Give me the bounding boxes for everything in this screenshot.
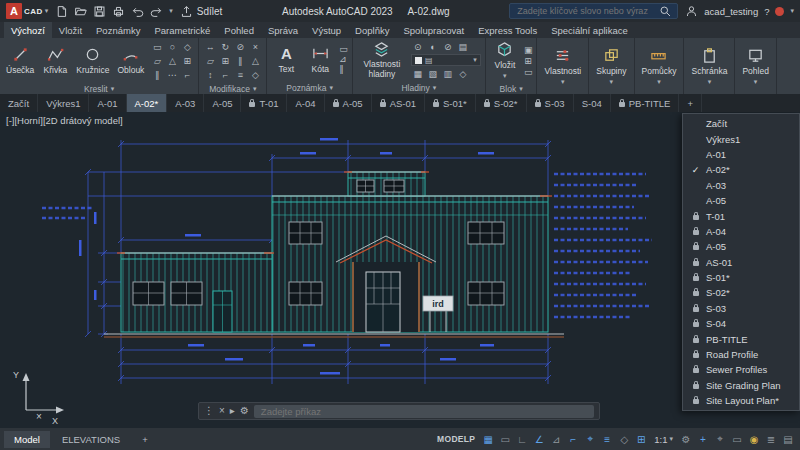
ribbon-mini-icon[interactable]: ⊘ — [233, 40, 247, 53]
layout-menu-item[interactable]: ✓ Začít — [683, 116, 799, 131]
ribbon-mini-icon[interactable]: △ — [165, 54, 179, 67]
layout-tab-elevations[interactable]: ELEVATIONS — [52, 431, 130, 448]
ribbon-mini-icon[interactable]: ○ — [165, 40, 179, 53]
ribbon-mini-icon[interactable]: ▣ — [524, 45, 533, 55]
isolate-objects-icon[interactable]: ◉ — [746, 431, 762, 447]
ribbon-mini-icon[interactable]: ▭ — [150, 40, 164, 53]
viewport-controls[interactable]: [-][Horní][2D drátový model] — [6, 115, 123, 126]
layout-menu-item[interactable]: ✓ S-04 — [683, 316, 799, 331]
customize-wrench-icon[interactable]: ⚙ — [240, 406, 249, 416]
layout-menu-item[interactable]: ✓ AS-01 — [683, 255, 799, 270]
undo-icon[interactable] — [131, 5, 144, 18]
grid-icon[interactable]: ▦ — [480, 431, 496, 447]
new-layout-button[interactable]: + — [132, 431, 158, 448]
ribbon-mini-icon[interactable]: ⊙ — [411, 40, 425, 53]
lineweight-icon[interactable]: ≡ — [599, 431, 615, 447]
ribbon-tab[interactable]: Pohled — [217, 22, 261, 38]
drag-handle-icon[interactable]: ⋮ — [204, 406, 214, 416]
file-tab[interactable]: A-01 — [89, 94, 126, 112]
file-tab[interactable]: Začít — [0, 94, 38, 112]
layout-menu-item[interactable]: ✓ Sewer Profiles — [683, 362, 799, 377]
ribbon-tab[interactable]: Parametrické — [147, 22, 217, 38]
save-icon[interactable] — [93, 5, 106, 18]
layout-menu-item[interactable]: ✓ A-05 — [683, 193, 799, 208]
command-line[interactable]: ⋮ × ▸ ⚙ — [198, 402, 600, 420]
annotation-scale-button[interactable]: 1:1 ▾ — [650, 434, 677, 445]
file-tab[interactable]: S-04 — [574, 94, 611, 112]
ribbon-mini-icon[interactable]: ▤ — [456, 40, 470, 53]
crosshair-icon[interactable]: ⌖ — [712, 431, 728, 447]
notification-badge-icon[interactable] — [775, 7, 784, 16]
space-toggle[interactable]: MODELP — [437, 434, 475, 444]
file-tab[interactable]: A-02* — [127, 94, 168, 112]
insert-block-button[interactable]: Vložit ▾ — [490, 40, 520, 81]
ribbon-mini-icon[interactable]: ◐ — [426, 40, 440, 53]
plot-icon[interactable] — [112, 5, 125, 18]
ribbon-mini-icon[interactable]: ∥ — [233, 54, 247, 67]
layer-properties-button[interactable]: Vlastnosti hladiny — [357, 40, 407, 80]
user-icon[interactable] — [685, 5, 698, 18]
layout-menu-item[interactable]: ✓ A-02* — [683, 162, 799, 177]
workspace-gear-icon[interactable]: ⚙ — [678, 431, 694, 447]
file-tab[interactable]: A-05 — [204, 94, 241, 112]
ribbon-mini-icon[interactable]: ⋯ — [165, 68, 179, 81]
panel-label-layers[interactable]: Hladiny▾ — [353, 82, 485, 94]
customization-icon[interactable]: ≣ — [763, 431, 779, 447]
layout-menu-item[interactable]: ✓ A-05 — [683, 239, 799, 254]
ribbon-mini-icon[interactable]: ◇ — [248, 68, 262, 81]
ribbon-mini-icon[interactable]: ⊞ — [180, 54, 194, 67]
ribbon-mini-icon[interactable]: ⊞ — [524, 56, 533, 66]
annotation-monitor-icon[interactable]: + — [695, 431, 711, 447]
arc-tool-button[interactable]: Oblouk — [115, 45, 146, 76]
command-input-box[interactable] — [254, 405, 594, 418]
model-tab[interactable]: Model — [4, 431, 50, 448]
layout-menu-item[interactable]: ✓ A-03 — [683, 178, 799, 193]
ribbon-mini-icon[interactable]: × — [248, 40, 262, 53]
file-tab[interactable]: T-01 — [241, 94, 287, 112]
ribbon-tab[interactable]: Výchozí — [4, 22, 52, 38]
ribbon-mini-icon[interactable]: ⊞ — [218, 54, 232, 67]
clean-screen-icon[interactable]: ▤ — [780, 431, 796, 447]
search-icon[interactable] — [659, 5, 672, 18]
ortho-icon[interactable]: ∟ — [514, 431, 530, 447]
ribbon-mini-icon[interactable]: ▱ — [203, 54, 217, 67]
search-box[interactable] — [509, 3, 678, 19]
help-icon[interactable]: ? — [764, 6, 769, 17]
ribbon-panel-clipboard[interactable]: Schránka ▾ — [684, 38, 735, 94]
line-tool-button[interactable]: Úsečka — [4, 45, 36, 76]
polyline-tool-button[interactable]: Křivka — [40, 45, 70, 76]
recent-commands-icon[interactable]: ▸ — [230, 406, 235, 416]
ribbon-mini-icon[interactable]: ▦ — [411, 67, 425, 80]
ribbon-mini-icon[interactable]: ⊿ — [339, 55, 348, 64]
redo-icon[interactable] — [150, 5, 163, 18]
file-tab[interactable]: S-01* — [425, 94, 476, 112]
ribbon-panel-groups[interactable]: Skupiny ▾ — [589, 38, 634, 94]
panel-label-draw[interactable]: Kreslit▾ — [0, 83, 198, 94]
ribbon-mini-icon[interactable]: ▭ — [339, 45, 348, 54]
isodraft-icon[interactable]: ⊿ — [548, 431, 564, 447]
ribbon-mini-icon[interactable]: ↻ — [218, 40, 232, 53]
panel-label-annotate[interactable]: Poznámka▾ — [267, 81, 352, 94]
ribbon-tab[interactable]: Speciální aplikace — [544, 22, 635, 38]
ribbon-mini-icon[interactable]: ⊘ — [441, 40, 455, 53]
ribbon-mini-icon[interactable]: ⌐ — [180, 68, 194, 81]
file-tab[interactable]: AS-01 — [372, 94, 425, 112]
layout-menu-item[interactable]: ✓ PB-TITLE — [683, 331, 799, 346]
ribbon-tab[interactable]: Správa — [261, 22, 305, 38]
dimension-tool-button[interactable]: Kóta — [305, 44, 335, 75]
ribbon-mini-icon[interactable]: ∥ — [150, 68, 164, 81]
qat-customize-chevron-icon[interactable]: ▾ — [169, 7, 173, 15]
command-input[interactable] — [259, 405, 589, 418]
object-snap-tracking-icon[interactable]: ⌐ — [565, 431, 581, 447]
username-label[interactable]: acad_testing — [704, 6, 758, 17]
ribbon-tab[interactable]: Výstup — [305, 22, 348, 38]
layout-menu-item[interactable]: ✓ S-03 — [683, 301, 799, 316]
layout-menu-item[interactable]: ✓ T-01 — [683, 208, 799, 223]
ribbon-panel-properties[interactable]: Vlastnosti ▾ — [537, 38, 589, 94]
file-tab[interactable]: PB-TITLE — [611, 94, 680, 112]
layout-menu-item[interactable]: ✓ Site Layout Plan* — [683, 393, 799, 408]
ribbon-mini-icon[interactable]: ◇ — [180, 40, 194, 53]
object-snap-icon[interactable]: ⌖ — [582, 431, 598, 447]
ribbon-mini-icon[interactable]: ↔ — [203, 40, 217, 53]
circle-tool-button[interactable]: Kružnice — [74, 45, 111, 76]
